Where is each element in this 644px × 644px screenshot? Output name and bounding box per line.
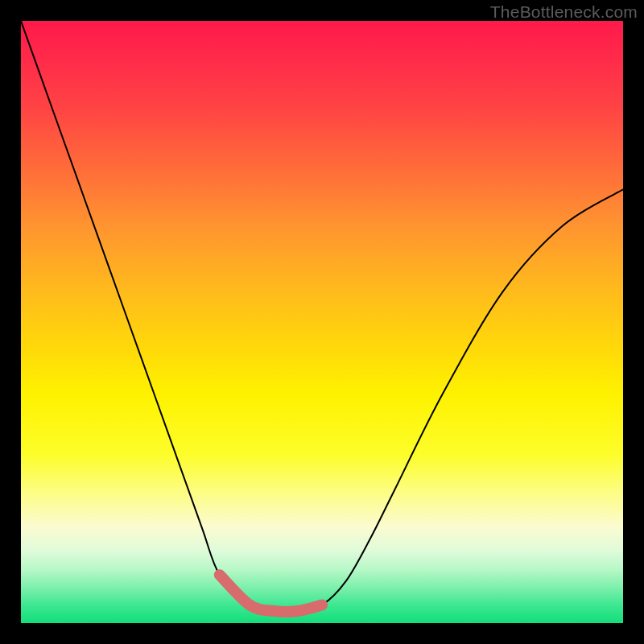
bottleneck-curve xyxy=(21,21,623,612)
optimal-range-highlight xyxy=(220,575,322,612)
chart-frame: TheBottleneck.com xyxy=(0,0,644,644)
watermark-text: TheBottleneck.com xyxy=(490,2,638,22)
plot-area xyxy=(21,21,623,623)
chart-svg xyxy=(21,21,623,623)
